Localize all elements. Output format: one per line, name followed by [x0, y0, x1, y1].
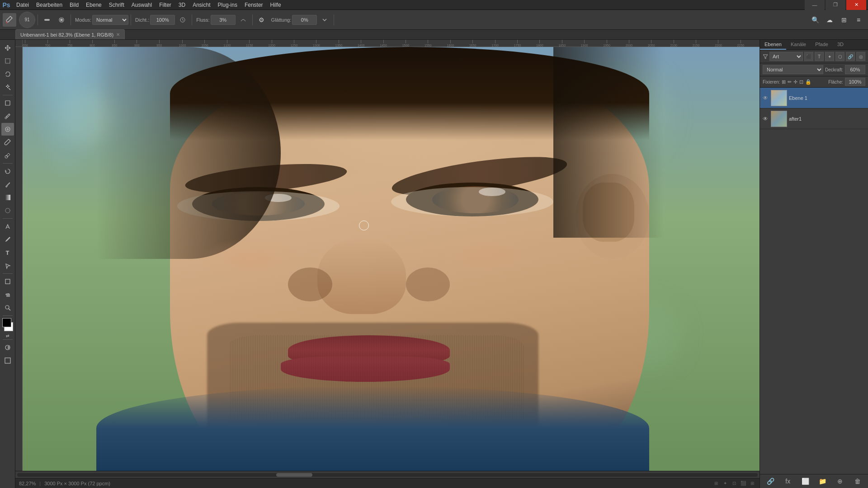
shape-tool[interactable]: [1, 275, 14, 288]
create-group-btn[interactable]: 📁: [818, 476, 828, 486]
foreground-color[interactable]: [2, 318, 11, 327]
filter-icon: [763, 54, 768, 59]
menu-bearbeiten[interactable]: Bearbeiten: [33, 0, 66, 10]
close-button[interactable]: ✕: [846, 0, 866, 10]
hardness-btn[interactable]: [55, 13, 68, 27]
zoom-tool[interactable]: [1, 301, 14, 314]
lock-artboard-btn[interactable]: ⊡: [799, 79, 803, 85]
lock-position-btn[interactable]: ✛: [793, 79, 797, 85]
pen-tool[interactable]: [1, 233, 14, 246]
canvas-area[interactable]: [23, 47, 760, 471]
eraser-tool[interactable]: [1, 178, 14, 191]
smooth-options-btn[interactable]: [318, 13, 331, 27]
arrange-btn[interactable]: ⊞: [837, 13, 851, 27]
cloud-btn[interactable]: ☁: [823, 13, 836, 27]
maximize-button[interactable]: ❐: [826, 0, 845, 10]
menu-bild[interactable]: Bild: [66, 0, 82, 10]
tab-pfade[interactable]: Pfade: [811, 40, 833, 50]
svg-point-9: [5, 208, 10, 213]
swap-colors-btn[interactable]: ⇄: [6, 333, 9, 338]
svg-rect-0: [44, 19, 50, 21]
pixel-filter-btn[interactable]: ⬛: [804, 52, 813, 61]
zoom-display: 82,27%: [19, 481, 36, 486]
blend-mode-select[interactable]: Normal: [763, 65, 823, 74]
layer-type-select[interactable]: Art: [769, 52, 803, 61]
h-scrollbar[interactable]: [15, 471, 760, 478]
menu-fenster[interactable]: Fenster: [241, 0, 267, 10]
link-layers-btn[interactable]: 🔗: [765, 476, 775, 486]
quick-mask-btn[interactable]: [1, 341, 14, 354]
crop-tool[interactable]: [1, 97, 14, 109]
layer-item-ebene1[interactable]: 👁 Ebene 1: [760, 88, 868, 108]
adjustment-filter-btn[interactable]: T: [815, 52, 824, 61]
menu-schrift[interactable]: Schrift: [105, 0, 128, 10]
svg-rect-13: [8, 345, 10, 350]
status-bar: 82,27% | 3000 Px × 3000 Px (72 ppcm) ⊞ ✦…: [15, 478, 760, 488]
delete-layer-btn[interactable]: 🗑: [853, 476, 863, 486]
some-brush-btn[interactable]: [40, 13, 54, 27]
status-icon-2: ✦: [722, 480, 729, 487]
hand-tool[interactable]: [1, 288, 14, 301]
tab-ebenen[interactable]: Ebenen: [760, 40, 786, 50]
blur-tool[interactable]: [1, 204, 14, 217]
history-brush-tool[interactable]: [1, 165, 14, 178]
clone-stamp-tool[interactable]: [1, 149, 14, 162]
layer-item-after1[interactable]: 👁 after1: [760, 108, 868, 129]
menu-auswahl[interactable]: Auswahl: [128, 0, 156, 10]
shape-filter-btn[interactable]: ⬡: [835, 52, 844, 61]
settings-btn[interactable]: ⚙: [255, 13, 269, 27]
text-tool[interactable]: T: [1, 246, 14, 259]
tab-kanaele[interactable]: Kanäle: [786, 40, 811, 50]
ruler-corner: [15, 40, 23, 47]
menu-plugins[interactable]: Plug-ins: [214, 0, 241, 10]
marquee-tool[interactable]: [1, 55, 14, 67]
healing-tool[interactable]: [1, 123, 14, 136]
doc-tab-close[interactable]: ✕: [116, 32, 120, 37]
gradient-tool[interactable]: [1, 191, 14, 204]
brush-tool[interactable]: [1, 136, 14, 149]
density-input[interactable]: [150, 15, 175, 25]
mode-select[interactable]: Normal: [92, 15, 128, 25]
density-btn[interactable]: [176, 13, 189, 27]
menu-3d[interactable]: 3D: [175, 0, 189, 10]
density-label: Dicht.:: [135, 17, 149, 23]
lasso-tool[interactable]: [1, 68, 14, 80]
menu-ebene[interactable]: Ebene: [82, 0, 105, 10]
dodge-tool[interactable]: [1, 220, 14, 233]
layer-visibility-after1[interactable]: 👁: [763, 116, 769, 122]
fill-input[interactable]: [845, 78, 865, 86]
menu-datei[interactable]: Datei: [13, 0, 33, 10]
screen-mode-btn[interactable]: [1, 354, 14, 367]
smooth-input[interactable]: [292, 15, 317, 25]
minimize-button[interactable]: —: [805, 0, 825, 10]
path-select-tool[interactable]: [1, 259, 14, 272]
brush-tool-icon[interactable]: [3, 13, 16, 27]
create-fill-btn[interactable]: ⊕: [835, 476, 845, 486]
lock-transparent-btn[interactable]: ⊞: [782, 79, 786, 85]
menu-ansicht[interactable]: Ansicht: [189, 0, 214, 10]
flow-input[interactable]: [211, 15, 236, 25]
brush-size-btn[interactable]: 91: [19, 12, 35, 28]
search-btn[interactable]: 🔍: [808, 13, 822, 27]
tab-3d[interactable]: 3D: [833, 40, 848, 50]
status-icon-3: ⊡: [731, 480, 738, 487]
text-filter-btn[interactable]: ✦: [825, 52, 834, 61]
more-btn[interactable]: ≡: [852, 13, 865, 27]
layer-visibility-ebene1[interactable]: 👁: [763, 95, 769, 101]
lock-all-btn[interactable]: 🔒: [805, 79, 811, 85]
magic-wand-tool[interactable]: [1, 81, 14, 94]
move-tool[interactable]: [1, 42, 14, 54]
add-fx-btn[interactable]: fx: [783, 476, 793, 486]
smart-filter-btn[interactable]: 🔗: [846, 52, 855, 61]
eyedropper-tool[interactable]: [1, 110, 14, 122]
lock-paint-btn[interactable]: ✏: [788, 79, 792, 85]
flow-btn[interactable]: [236, 13, 250, 27]
document-tab[interactable]: Unbenannt-1 bei 82,3% (Ebene 1, RGB/8) ✕: [15, 29, 125, 39]
svg-rect-4: [5, 59, 10, 63]
filter-toggle-btn[interactable]: ◎: [856, 52, 865, 61]
add-mask-btn[interactable]: ⬜: [800, 476, 810, 486]
menu-hilfe[interactable]: Hilfe: [267, 0, 285, 10]
status-icon-4: ⬛: [740, 480, 747, 487]
opacity-input[interactable]: [845, 65, 865, 74]
menu-filter[interactable]: Filter: [156, 0, 175, 10]
